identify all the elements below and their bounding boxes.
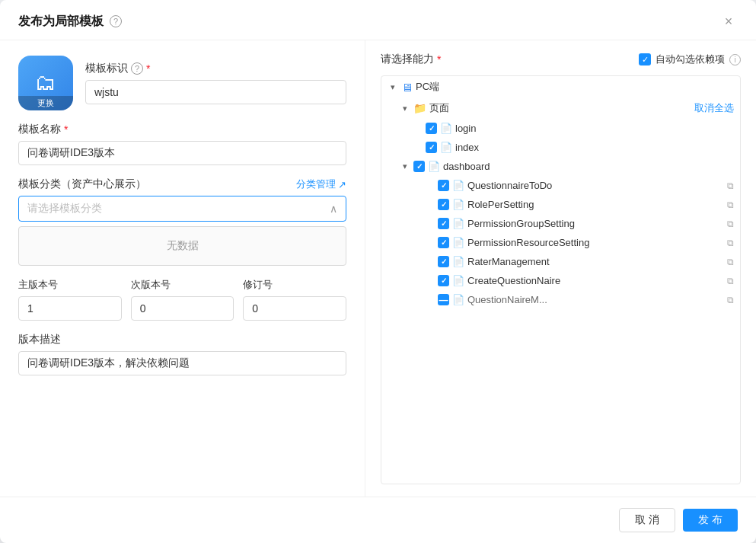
template-id-input[interactable] <box>85 80 346 104</box>
tree-arrow-pages: ▾ <box>400 104 410 113</box>
auto-check-label: 自动勾选依赖项 <box>656 53 725 66</box>
index-checkbox[interactable]: ✓ <box>426 142 437 153</box>
category-select[interactable]: 请选择模板分类 ∧ <box>18 196 346 222</box>
version-desc-input[interactable] <box>18 351 346 375</box>
template-id-label-text: 模板标识 <box>85 62 128 75</box>
version-desc-label: 版本描述 <box>18 333 346 347</box>
ability-required: * <box>437 53 441 65</box>
patch-version-input[interactable] <box>243 296 346 321</box>
cancel-all-button[interactable]: 取消全选 <box>694 101 734 115</box>
tree-node-perm-resource[interactable]: ✓ 📄 PermissionResourceSetting ⧉ <box>381 233 740 252</box>
login-label: login <box>455 123 734 134</box>
q-last-link-icon: ⧉ <box>727 295 734 305</box>
category-manage-link[interactable]: 分类管理 ↗ <box>296 177 346 191</box>
perm-res-link-icon: ⧉ <box>727 238 734 248</box>
right-panel: 请选择能力 * ✓ 自动勾选依赖项 i ▾ 🖥 PC端 <box>365 40 756 497</box>
dashboard-checkbox[interactable]: ✓ <box>413 161 425 172</box>
minor-version-field: 次版本号 <box>131 278 234 321</box>
auto-check-info-icon[interactable]: i <box>729 54 741 65</box>
tree-node-role-per-setting[interactable]: ✓ 📄 RolePerSetting ⧉ <box>381 195 740 214</box>
tree-node-pc[interactable]: ▾ 🖥 PC端 <box>381 76 740 97</box>
perm-resource-file-icon: 📄 <box>452 237 464 248</box>
role-per-setting-checkbox[interactable]: ✓ <box>438 199 449 210</box>
create-q-label: CreateQuestionNaire <box>467 275 721 286</box>
tree-node-questionnaire-todo[interactable]: ✓ 📄 QuestionnaireToDo ⧉ <box>381 176 740 195</box>
external-link-icon: ↗ <box>338 179 346 190</box>
template-id-help-icon[interactable]: ? <box>131 62 143 75</box>
tree-arrow-pc: ▾ <box>388 82 398 92</box>
create-q-file-icon: 📄 <box>452 275 464 286</box>
pc-label: PC端 <box>416 80 734 94</box>
q-todo-label: QuestionnaireToDo <box>467 180 721 191</box>
ability-label: 请选择能力 * <box>381 53 441 66</box>
perm-resource-checkbox[interactable]: ✓ <box>438 237 449 248</box>
publish-button[interactable]: 发 布 <box>683 509 738 532</box>
tree-node-rater-mgmt[interactable]: ✓ 📄 RaterManagement ⧉ <box>381 252 740 271</box>
tree-node-login[interactable]: ✓ 📄 login <box>381 119 740 138</box>
category-label-row: 模板分类（资产中心展示） 分类管理 ↗ <box>18 177 346 191</box>
dashboard-file-icon: 📄 <box>428 161 440 172</box>
dashboard-label: dashboard <box>443 161 734 172</box>
publish-dialog: 发布为局部模板 ? × 🗂 更换 模板标识 ? * <box>0 0 756 543</box>
template-name-input[interactable] <box>18 141 346 165</box>
cancel-button[interactable]: 取 消 <box>619 508 675 532</box>
minor-version-label: 次版本号 <box>131 278 234 292</box>
patch-version-label: 修订号 <box>243 278 346 292</box>
close-button[interactable]: × <box>719 12 738 30</box>
template-id-field: 模板标识 ? * <box>85 62 346 104</box>
tree-arrow-dashboard: ▾ <box>400 161 410 171</box>
perm-group-checkbox[interactable]: ✓ <box>438 218 449 229</box>
major-version-label: 主版本号 <box>18 278 122 292</box>
login-checkbox[interactable]: ✓ <box>426 123 437 134</box>
app-icon-symbol: 🗂 <box>35 72 56 94</box>
tree-node-pages[interactable]: ▾ 📁 页面 取消全选 <box>381 97 740 119</box>
tree-node-q-last[interactable]: — 📄 QuestionNaireM... ⧉ <box>381 290 740 309</box>
template-name-required: * <box>64 123 68 136</box>
q-last-label: QuestionNaireM... <box>467 294 721 305</box>
help-icon[interactable]: ? <box>110 15 122 27</box>
tree-node-dashboard[interactable]: ▾ ✓ 📄 dashboard <box>381 157 740 176</box>
q-last-file-icon: 📄 <box>452 294 464 305</box>
version-desc-field: 版本描述 <box>18 333 346 375</box>
chevron-up-icon: ∧ <box>330 203 337 215</box>
auto-check-row: ✓ 自动勾选依赖项 i <box>639 53 741 66</box>
tree-node-perm-group[interactable]: ✓ 📄 PermissionGroupSetting ⧉ <box>381 214 740 233</box>
create-q-checkbox[interactable]: ✓ <box>438 275 449 286</box>
q-todo-link-icon: ⧉ <box>727 180 734 191</box>
create-q-link-icon: ⧉ <box>727 276 734 286</box>
folder-icon: 📁 <box>413 102 426 114</box>
category-label: 模板分类（资产中心展示） <box>18 177 146 191</box>
change-icon-label[interactable]: 更换 <box>18 96 73 110</box>
auto-check-checkbox[interactable]: ✓ <box>639 53 651 65</box>
template-category-field: 模板分类（资产中心展示） 分类管理 ↗ 请选择模板分类 ∧ 无数据 <box>18 177 346 266</box>
rater-mgmt-checkbox[interactable]: ✓ <box>438 256 449 267</box>
left-panel: 🗂 更换 模板标识 ? * 模板名称 * <box>0 40 365 497</box>
dialog-header: 发布为局部模板 ? × <box>0 0 756 40</box>
template-name-field: 模板名称 * <box>18 123 346 165</box>
rater-file-icon: 📄 <box>452 256 464 267</box>
role-link-icon: ⧉ <box>727 200 734 210</box>
perm-group-link-icon: ⧉ <box>727 219 734 229</box>
q-todo-file-icon: 📄 <box>452 180 464 191</box>
login-file-icon: 📄 <box>440 123 452 134</box>
index-label: index <box>455 142 734 153</box>
right-panel-header: 请选择能力 * ✓ 自动勾选依赖项 i <box>381 53 741 66</box>
perm-group-label: PermissionGroupSetting <box>467 218 721 229</box>
major-version-input[interactable] <box>18 296 122 321</box>
perm-group-file-icon: 📄 <box>452 218 464 229</box>
minor-version-input[interactable] <box>131 296 234 321</box>
checkbox-check-icon: ✓ <box>642 55 649 65</box>
dialog-footer: 取 消 发 布 <box>0 497 756 543</box>
tree-container[interactable]: ▾ 🖥 PC端 ▾ 📁 页面 取消全选 ✓ 📄 <box>381 75 741 484</box>
index-file-icon: 📄 <box>440 142 452 153</box>
rater-label: RaterManagement <box>467 256 721 267</box>
pages-label: 页面 <box>429 101 691 115</box>
category-placeholder: 请选择模板分类 <box>27 202 102 216</box>
dialog-title: 发布为局部模板 <box>18 14 104 30</box>
tree-node-create-q[interactable]: ✓ 📄 CreateQuestionNaire ⧉ <box>381 271 740 290</box>
tree-node-index[interactable]: ✓ 📄 index <box>381 138 740 157</box>
questionnaire-todo-checkbox[interactable]: ✓ <box>438 180 449 191</box>
version-row: 主版本号 次版本号 修订号 <box>18 278 346 321</box>
q-last-checkbox[interactable]: — <box>438 294 449 305</box>
rater-link-icon: ⧉ <box>727 257 734 267</box>
